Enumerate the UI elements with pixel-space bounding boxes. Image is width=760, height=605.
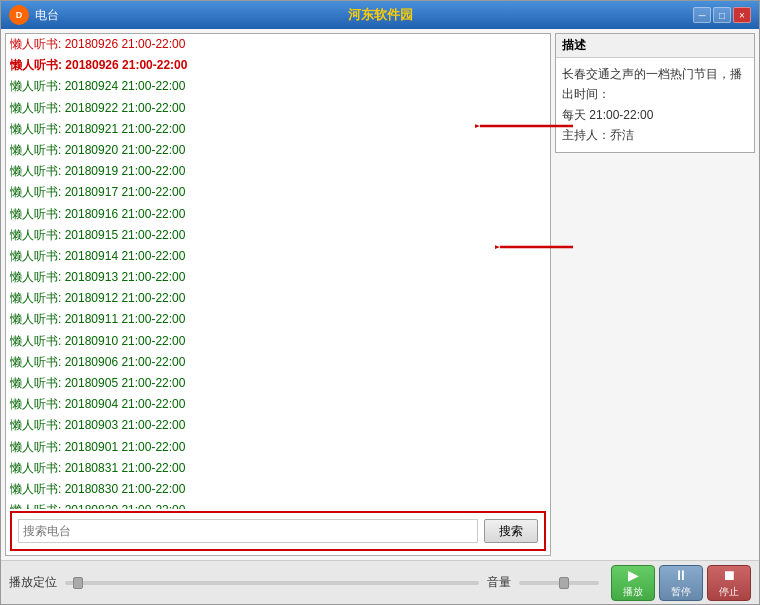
- window-controls: ─ □ ×: [693, 7, 751, 23]
- window-title: 电台: [35, 7, 59, 24]
- play-label: 播放: [623, 585, 643, 599]
- list-item[interactable]: 懒人听书: 20180906 21:00-22:00: [6, 352, 550, 373]
- list-item[interactable]: 懒人听书: 20180830 21:00-22:00: [6, 479, 550, 500]
- stop-button[interactable]: ⏹ 停止: [707, 565, 751, 601]
- list-item[interactable]: 懒人听书: 20180912 21:00-22:00: [6, 288, 550, 309]
- list-item[interactable]: 懒人听书: 20180926 21:00-22:00: [6, 34, 550, 55]
- right-panel-wrapper: 描述 长春交通之声的一档热门节目，播出时间：每天 21:00-22:00主持人：…: [555, 33, 755, 556]
- maximize-button[interactable]: □: [713, 7, 731, 23]
- minimize-button[interactable]: ─: [693, 7, 711, 23]
- title-bar: D 电台 河东软件园 ─ □ ×: [1, 1, 759, 29]
- pause-button[interactable]: ⏸ 暂停: [659, 565, 703, 601]
- main-content: 懒人听书: 20180926 21:00-22:00懒人听书: 20180926…: [1, 29, 759, 560]
- control-buttons: ▶ 播放 ⏸ 暂停 ⏹ 停止: [611, 565, 751, 601]
- pause-icon: ⏸: [674, 567, 688, 583]
- episode-list[interactable]: 懒人听书: 20180926 21:00-22:00懒人听书: 20180926…: [6, 34, 550, 509]
- pause-label: 暂停: [671, 585, 691, 599]
- position-thumb: [73, 577, 83, 589]
- main-window: D 电台 河东软件园 ─ □ × 懒人听书: 20180926 21:00-22…: [0, 0, 760, 605]
- desc-text: 长春交通之声的一档热门节目，播出时间：每天 21:00-22:00主持人：乔洁: [562, 67, 742, 142]
- close-button[interactable]: ×: [733, 7, 751, 23]
- left-panel: 懒人听书: 20180926 21:00-22:00懒人听书: 20180926…: [5, 33, 551, 556]
- search-button[interactable]: 搜索: [484, 519, 538, 543]
- list-item[interactable]: 懒人听书: 20180911 21:00-22:00: [6, 309, 550, 330]
- list-item[interactable]: 懒人听书: 20180921 21:00-22:00: [6, 119, 550, 140]
- list-item[interactable]: 懒人听书: 20180829 21:00-22:00: [6, 500, 550, 509]
- list-item[interactable]: 懒人听书: 20180924 21:00-22:00: [6, 76, 550, 97]
- volume-thumb: [559, 577, 569, 589]
- volume-slider[interactable]: [519, 581, 599, 585]
- search-bar: 搜索: [10, 511, 546, 551]
- description-header: 描述: [556, 34, 754, 58]
- volume-label: 音量: [487, 574, 511, 591]
- search-input[interactable]: [18, 519, 478, 543]
- description-content: 长春交通之声的一档热门节目，播出时间：每天 21:00-22:00主持人：乔洁: [556, 58, 754, 152]
- list-item[interactable]: 懒人听书: 20180913 21:00-22:00: [6, 267, 550, 288]
- play-icon: ▶: [628, 567, 639, 583]
- list-item[interactable]: 懒人听书: 20180922 21:00-22:00: [6, 98, 550, 119]
- list-item[interactable]: 懒人听书: 20180831 21:00-22:00: [6, 458, 550, 479]
- right-panel: 描述 长春交通之声的一档热门节目，播出时间：每天 21:00-22:00主持人：…: [555, 33, 755, 153]
- list-item[interactable]: 懒人听书: 20180903 21:00-22:00: [6, 415, 550, 436]
- list-item[interactable]: 懒人听书: 20180914 21:00-22:00: [6, 246, 550, 267]
- list-item[interactable]: 懒人听书: 20180919 21:00-22:00: [6, 161, 550, 182]
- bottom-bar: 播放定位 音量 ▶ 播放 ⏸ 暂停 ⏹ 停止: [1, 560, 759, 604]
- list-item[interactable]: 懒人听书: 20180915 21:00-22:00: [6, 225, 550, 246]
- list-item[interactable]: 懒人听书: 20180916 21:00-22:00: [6, 204, 550, 225]
- position-slider[interactable]: [65, 581, 479, 585]
- brand-text: 河东软件园: [348, 6, 413, 24]
- play-button[interactable]: ▶ 播放: [611, 565, 655, 601]
- app-logo: D: [9, 5, 29, 25]
- list-item[interactable]: 懒人听书: 20180920 21:00-22:00: [6, 140, 550, 161]
- list-item[interactable]: 懒人听书: 20180917 21:00-22:00: [6, 182, 550, 203]
- list-item[interactable]: 懒人听书: 20180910 21:00-22:00: [6, 331, 550, 352]
- stop-label: 停止: [719, 585, 739, 599]
- list-item[interactable]: 懒人听书: 20180926 21:00-22:00: [6, 55, 550, 76]
- list-item[interactable]: 懒人听书: 20180905 21:00-22:00: [6, 373, 550, 394]
- list-item[interactable]: 懒人听书: 20180901 21:00-22:00: [6, 437, 550, 458]
- list-item[interactable]: 懒人听书: 20180904 21:00-22:00: [6, 394, 550, 415]
- position-label: 播放定位: [9, 574, 57, 591]
- stop-icon: ⏹: [722, 567, 736, 583]
